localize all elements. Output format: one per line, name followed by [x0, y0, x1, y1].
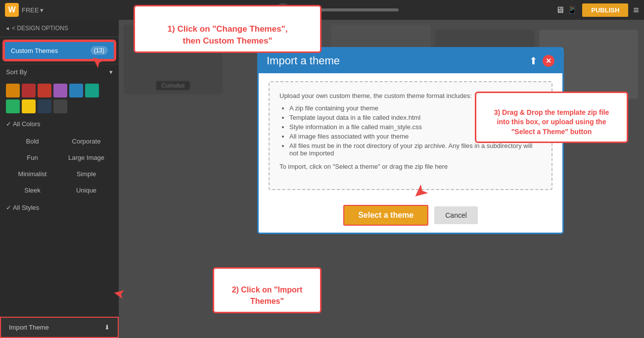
swatch-orange[interactable]: [6, 84, 20, 97]
cancel-button[interactable]: Cancel: [434, 206, 478, 224]
style-fun[interactable]: Fun: [6, 150, 59, 165]
all-colors-label: ✓ All Colors: [6, 120, 41, 128]
w-logo: W: [5, 3, 19, 17]
import-theme-label: Import Theme: [9, 324, 49, 331]
style-minimalist[interactable]: Minimalist: [6, 166, 59, 182]
monitor-icons: 🖥 📱: [555, 5, 577, 15]
color-swatches: [0, 80, 119, 117]
import-theme-button[interactable]: Import Theme ⬇: [0, 317, 119, 338]
swatch-darkred[interactable]: [22, 84, 36, 97]
swatch-black[interactable]: [53, 99, 67, 113]
style-grid: Bold Corporate Fun Large Image Minimalis…: [0, 131, 119, 201]
all-colors-row[interactable]: ✓ All Colors: [0, 117, 119, 131]
callout-3-text: 3) Drag & Drop the template zip file int…: [494, 108, 609, 136]
all-styles-row[interactable]: ✓ All Styles: [0, 201, 119, 214]
style-unique[interactable]: Unique: [60, 183, 113, 198]
style-bold[interactable]: Bold: [6, 134, 59, 149]
swatch-yellow[interactable]: [22, 99, 36, 113]
sort-by-row[interactable]: Sort By ▾: [0, 64, 119, 80]
menu-icon[interactable]: ≡: [633, 4, 639, 16]
callout-1: 1) Click on "Change Themes", then Custom…: [134, 5, 322, 53]
sidebar-header[interactable]: ◂ < DESIGN OPTIONS: [0, 20, 119, 37]
desktop-icon[interactable]: 🖥: [555, 5, 564, 15]
swatch-dark[interactable]: [38, 99, 51, 113]
back-arrow: ◂: [6, 25, 9, 32]
select-theme-button[interactable]: Select a theme: [343, 205, 428, 226]
style-simple[interactable]: Simple: [60, 166, 113, 182]
swatch-purple[interactable]: [53, 84, 67, 97]
style-large-image[interactable]: Large Image: [60, 150, 113, 165]
design-options-label: < DESIGN OPTIONS: [12, 25, 68, 32]
import-note: To import, click on "Select a theme" or …: [279, 163, 542, 170]
dialog-upload-icon: ⬆: [529, 55, 538, 67]
callout-2-text: 2) Click on "Import Themes": [232, 286, 303, 305]
callout-2: 2) Click on "Import Themes": [213, 267, 322, 313]
dialog-close-button[interactable]: ✕: [543, 55, 554, 67]
sort-by-label: Sort By: [6, 68, 27, 76]
bullet-5: All files must be in the root directory …: [289, 142, 542, 157]
main-content: Cumulus Deja Vu shot pending Import a th…: [119, 20, 644, 338]
style-corporate[interactable]: Corporate: [60, 134, 113, 149]
style-sleek[interactable]: Sleek: [6, 183, 59, 198]
dialog-title: Import a theme: [267, 54, 340, 67]
sidebar: ◂ < DESIGN OPTIONS Custom Themes (13) So…: [0, 20, 119, 338]
all-styles-label: ✓ All Styles: [6, 204, 39, 211]
publish-button[interactable]: PUBLISH: [582, 3, 628, 17]
swatch-red[interactable]: [38, 84, 51, 97]
mobile-icon[interactable]: 📱: [567, 5, 577, 15]
callout-1-text: 1) Click on "Change Themes", then Custom…: [168, 24, 288, 46]
swatch-teal[interactable]: [85, 84, 99, 97]
import-theme-icon: ⬇: [104, 324, 110, 331]
dialog-footer: Select a theme Cancel: [259, 198, 562, 233]
sort-by-arrow: ▾: [109, 68, 113, 76]
top-bar-right: 🖥 📱 PUBLISH ≡: [555, 3, 644, 17]
callout-3: 3) Drag & Drop the template zip file int…: [475, 92, 628, 143]
swatch-green[interactable]: [6, 99, 20, 113]
logo-area: W FREE ▾: [0, 0, 119, 20]
custom-themes-label: Custom Themes: [11, 47, 58, 54]
swatch-blue[interactable]: [69, 84, 83, 97]
plan-badge[interactable]: FREE ▾: [22, 6, 44, 14]
top-bar: W FREE ▾ ? 🖥 📱 PUBLISH ≡: [0, 0, 644, 20]
